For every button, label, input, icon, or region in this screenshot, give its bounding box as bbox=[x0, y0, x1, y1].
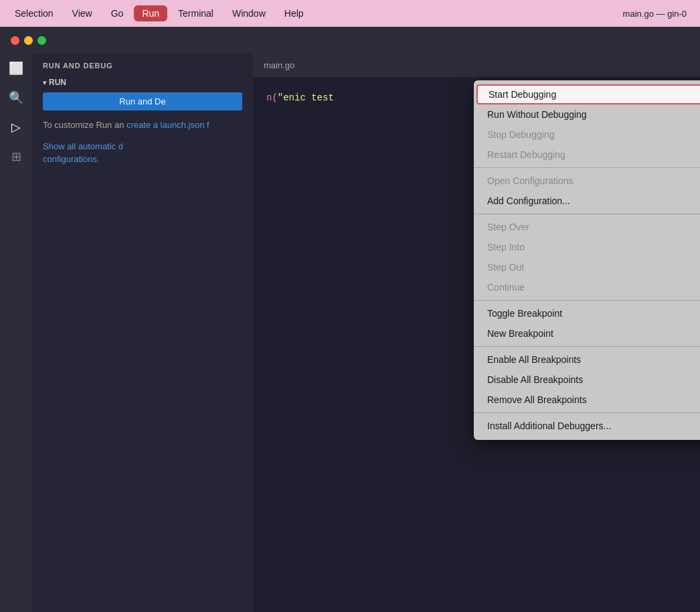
editor-area: main.go n("enic test Start DebuggingF5Ru… bbox=[253, 54, 700, 612]
menu-item-terminal[interactable]: Terminal bbox=[170, 5, 222, 21]
menu-item-step-into: Step IntoF11 bbox=[474, 237, 700, 257]
item-label: Stop Debugging bbox=[487, 129, 554, 140]
window-controls bbox=[11, 36, 46, 45]
activity-settings-icon[interactable]: ⚙ bbox=[7, 609, 25, 612]
item-label: Remove All Breakpoints bbox=[487, 394, 587, 405]
item-label: Install Additional Debuggers... bbox=[487, 420, 611, 431]
show-automatic-link[interactable]: Show all automatic d configurations. bbox=[43, 140, 242, 166]
menu-item-restart-debugging: Restart Debugging⇧ ⌘ F5 bbox=[474, 145, 700, 165]
menu-divider-4 bbox=[474, 300, 700, 301]
app-body: ⬜ 🔍 ▷ ⊞ ⚙ RUN AND DEBUG ▾ RUN Run and De… bbox=[0, 54, 700, 612]
menu-item-step-over: Step OverF10 bbox=[474, 217, 700, 237]
item-label: Step Out bbox=[487, 262, 524, 273]
maximize-button[interactable] bbox=[37, 36, 46, 45]
menu-item-remove-all-breakpoints[interactable]: Remove All Breakpoints bbox=[474, 390, 700, 410]
menu-item-run[interactable]: Run bbox=[134, 5, 167, 21]
item-label: Open Configurations bbox=[487, 175, 573, 186]
activity-extensions-icon[interactable]: ⊞ bbox=[7, 147, 25, 166]
menu-item-selection[interactable]: Selection bbox=[7, 5, 62, 21]
menu-divider-5 bbox=[474, 346, 700, 347]
menu-item-new-breakpoint[interactable]: New Breakpoint› bbox=[474, 323, 700, 343]
menu-item-run-without-debugging[interactable]: Run Without Debugging⌃ F5 bbox=[474, 104, 700, 125]
item-label: Start Debugging bbox=[489, 89, 556, 100]
item-label: Run Without Debugging bbox=[487, 109, 587, 120]
menu-item-view[interactable]: View bbox=[64, 5, 100, 21]
menu-item-go[interactable]: Go bbox=[103, 5, 132, 21]
item-label: Enable All Breakpoints bbox=[487, 354, 581, 365]
menu-item-start-debugging[interactable]: Start DebuggingF5 bbox=[476, 84, 700, 104]
menu-item-open-configurations: Open Configurations bbox=[474, 171, 700, 191]
menu-divider-3 bbox=[474, 214, 700, 214]
sidebar-description: To customize Run an create a launch.json… bbox=[43, 119, 242, 132]
activity-bar: ⬜ 🔍 ▷ ⊞ ⚙ bbox=[0, 54, 32, 612]
activity-debug-icon[interactable]: ▷ bbox=[7, 118, 25, 137]
menu-item-help[interactable]: Help bbox=[276, 5, 312, 21]
item-label: Restart Debugging bbox=[487, 149, 565, 160]
activity-files-icon[interactable]: ⬜ bbox=[7, 59, 25, 78]
sidebar-run-section: ▾ RUN Run and De To customize Run an cre… bbox=[32, 75, 253, 171]
menu-item-toggle-breakpoint[interactable]: Toggle BreakpointF9 bbox=[474, 303, 700, 323]
menu-item-step-out: Step Out⇧ F11 bbox=[474, 257, 700, 277]
dropdown-overlay: Start DebuggingF5Run Without Debugging⌃ … bbox=[253, 54, 700, 612]
item-label: New Breakpoint bbox=[487, 328, 553, 339]
item-label: Disable All Breakpoints bbox=[487, 374, 583, 385]
item-label: Toggle Breakpoint bbox=[487, 308, 562, 319]
run-debug-button[interactable]: Run and De bbox=[43, 92, 242, 110]
menu-divider-6 bbox=[474, 412, 700, 413]
menu-item-enable-all-breakpoints[interactable]: Enable All Breakpoints bbox=[474, 350, 700, 370]
window-title: main.go — gin-0 bbox=[623, 0, 700, 27]
create-launch-link[interactable]: create a launch.json f bbox=[126, 120, 209, 130]
item-label: Add Configuration... bbox=[487, 196, 570, 206]
sidebar-header: RUN AND DEBUG bbox=[32, 54, 253, 75]
sidebar-section-title: ▾ RUN bbox=[43, 78, 242, 87]
minimize-button[interactable] bbox=[24, 36, 33, 45]
sidebar: RUN AND DEBUG ▾ RUN Run and De To custom… bbox=[32, 54, 253, 612]
titlebar bbox=[0, 27, 700, 54]
menu-item-window[interactable]: Window bbox=[224, 5, 274, 21]
menu-item-disable-all-breakpoints[interactable]: Disable All Breakpoints bbox=[474, 370, 700, 390]
item-label: Step Over bbox=[487, 222, 529, 232]
item-label: Step Into bbox=[487, 242, 525, 252]
menubar: SelectionViewGoRunTerminalWindowHelp mai… bbox=[0, 0, 700, 27]
menu-item-continue: ContinueF5 bbox=[474, 277, 700, 297]
run-menu-dropdown: Start DebuggingF5Run Without Debugging⌃ … bbox=[474, 80, 700, 440]
menu-item-install-additional-debuggers...[interactable]: Install Additional Debuggers... bbox=[474, 416, 700, 436]
chevron-down-icon: ▾ bbox=[43, 79, 46, 86]
activity-search-icon[interactable]: 🔍 bbox=[7, 88, 25, 107]
menu-item-stop-debugging: Stop Debugging⇧ F5 bbox=[474, 125, 700, 145]
menu-divider-2 bbox=[474, 167, 700, 168]
item-label: Continue bbox=[487, 282, 525, 293]
close-button[interactable] bbox=[11, 36, 19, 45]
menu-item-add-configuration...[interactable]: Add Configuration... bbox=[474, 191, 700, 211]
